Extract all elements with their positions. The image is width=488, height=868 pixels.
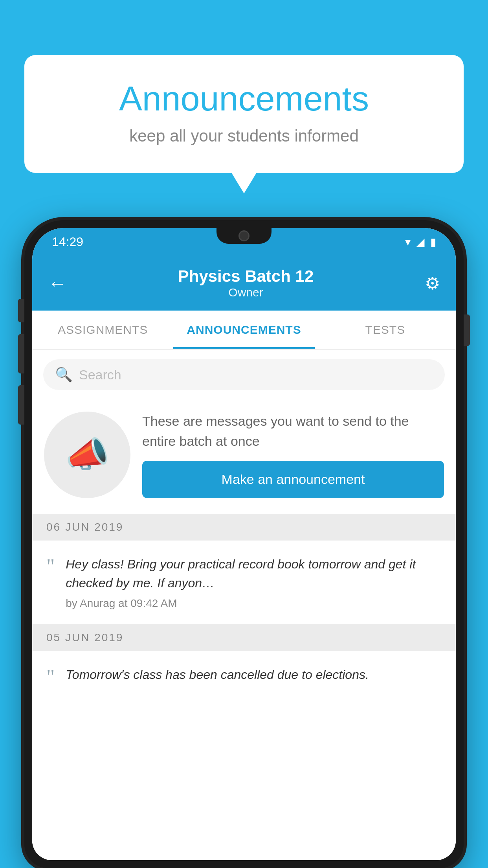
signal-icon: ◢	[416, 235, 425, 248]
tabs-bar: ASSIGNMENTS ANNOUNCEMENTS TESTS	[32, 311, 456, 350]
tab-announcements[interactable]: ANNOUNCEMENTS	[173, 311, 314, 349]
tab-tests[interactable]: TESTS	[315, 311, 456, 349]
date-separator-1: 06 JUN 2019	[32, 514, 456, 541]
quote-icon-1: "	[46, 556, 55, 577]
promo-content: These are messages you want to send to t…	[142, 411, 444, 498]
search-icon: 🔍	[55, 366, 73, 383]
phone-camera	[238, 230, 250, 241]
app-header: ← Physics Batch 12 Owner ⚙	[32, 256, 456, 311]
tab-assignments[interactable]: ASSIGNMENTS	[32, 311, 173, 349]
announcement-item-2[interactable]: " Tomorrow's class has been cancelled du…	[32, 651, 456, 703]
battery-icon: ▮	[430, 235, 436, 248]
search-input[interactable]: Search	[79, 367, 121, 383]
phone-body: 14:29 ▾ ◢ ▮ ← Physics Batch 12 Owner ⚙	[24, 220, 464, 868]
announcement-message-1: Hey class! Bring your practical record b…	[66, 555, 442, 592]
make-announcement-button[interactable]: Make an announcement	[142, 461, 444, 498]
status-icons: ▾ ◢ ▮	[405, 235, 436, 248]
search-bar[interactable]: 🔍 Search	[43, 359, 445, 390]
settings-icon[interactable]: ⚙	[425, 273, 440, 293]
speech-bubble: Announcements keep all your students inf…	[24, 55, 464, 173]
speech-bubble-section: Announcements keep all your students inf…	[24, 55, 464, 173]
megaphone-icon: 📣	[65, 434, 109, 475]
bubble-subtitle: keep all your students informed	[56, 127, 432, 145]
back-button[interactable]: ←	[48, 272, 67, 294]
mute-button	[18, 299, 24, 322]
phone-screen: 14:29 ▾ ◢ ▮ ← Physics Batch 12 Owner ⚙	[32, 228, 456, 860]
power-button	[464, 314, 470, 346]
header-title: Physics Batch 12	[178, 267, 314, 286]
status-time: 14:29	[52, 235, 83, 249]
wifi-icon: ▾	[405, 235, 411, 248]
announcement-item-1[interactable]: " Hey class! Bring your practical record…	[32, 541, 456, 624]
date-separator-2: 05 JUN 2019	[32, 624, 456, 651]
megaphone-circle: 📣	[44, 412, 130, 498]
header-subtitle: Owner	[178, 286, 314, 299]
content-area: 🔍 Search 📣 These are messages you want t…	[32, 350, 456, 860]
volume-up-button	[18, 334, 24, 373]
phone-frame: 14:29 ▾ ◢ ▮ ← Physics Batch 12 Owner ⚙	[24, 220, 464, 868]
announcement-promo: 📣 These are messages you want to send to…	[32, 399, 456, 514]
promo-description: These are messages you want to send to t…	[142, 411, 444, 451]
bubble-title: Announcements	[56, 79, 432, 119]
announcement-text-1: Hey class! Bring your practical record b…	[66, 555, 442, 610]
header-title-section: Physics Batch 12 Owner	[178, 267, 314, 299]
volume-down-button	[18, 385, 24, 425]
announcement-message-2: Tomorrow's class has been cancelled due …	[66, 665, 442, 684]
quote-icon-2: "	[46, 667, 55, 687]
announcement-meta-1: by Anurag at 09:42 AM	[66, 597, 442, 610]
announcement-text-2: Tomorrow's class has been cancelled due …	[66, 665, 442, 689]
